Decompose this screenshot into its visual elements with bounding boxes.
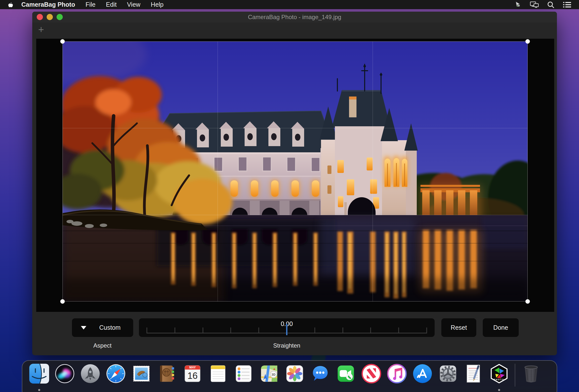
camerabag-photo-icon: PHOTO (489, 364, 509, 384)
dock-item-safari[interactable] (103, 364, 129, 389)
crop-grid-line (63, 128, 528, 128)
ruler-tick (398, 327, 399, 333)
menu-item-file[interactable]: File (86, 1, 95, 8)
aspect-label: Aspect (93, 342, 111, 349)
ruler-tick (230, 327, 231, 333)
ruler-tick (203, 327, 203, 333)
dock-item-system-preferences[interactable] (435, 364, 461, 389)
contacts-icon (157, 364, 177, 384)
dock-item-messages[interactable] (307, 364, 333, 389)
app-store-icon (413, 364, 433, 384)
camerabag-photo-label: PHOTO (494, 379, 504, 381)
dock-item-trash[interactable] (518, 364, 544, 389)
crop-handle-top-left[interactable] (60, 39, 65, 44)
ruler-tick (427, 327, 427, 333)
reset-button[interactable]: Reset (441, 318, 476, 337)
photo-crop-area[interactable] (63, 41, 528, 302)
dock-item-launchpad[interactable] (77, 364, 103, 389)
camerabag-window: CameraBag Photo - image_149.jpg + (32, 12, 557, 355)
menu-item-view[interactable]: View (127, 1, 141, 8)
running-indicator (38, 389, 40, 391)
desktop: { "menu_bar": { "app_name": "CameraBag P… (0, 0, 579, 392)
menu-item-edit[interactable]: Edit (106, 1, 117, 8)
dock-item-facetime[interactable] (333, 364, 359, 389)
photos-icon (285, 364, 305, 384)
crop-grid-line (217, 41, 218, 302)
facetime-icon (336, 364, 356, 384)
window-title-bar[interactable]: CameraBag Photo - image_149.jpg (32, 12, 557, 23)
reset-label: Reset (451, 324, 467, 331)
calendar-day: 16 (187, 371, 198, 381)
done-label: Done (493, 324, 508, 331)
dock: MAY 16 (22, 360, 557, 392)
ruler-tick (314, 327, 315, 333)
add-tab-button[interactable]: + (38, 25, 44, 34)
crop-handle-bottom-right[interactable] (525, 299, 530, 304)
done-button[interactable]: Done (483, 318, 519, 337)
notification-list-icon[interactable] (563, 1, 572, 8)
crop-grid-line (63, 215, 528, 215)
system-preferences-icon (438, 364, 458, 384)
messages-icon (310, 364, 330, 384)
finder-icon (29, 364, 49, 384)
ruler-tick (146, 327, 147, 333)
straighten-slider[interactable]: 0.00 (139, 318, 434, 337)
menu-bar: CameraBag Photo File Edit View Help (0, 0, 579, 9)
aspect-value: Custom (99, 324, 121, 331)
launchpad-icon (80, 364, 100, 384)
window-title: CameraBag Photo - image_149.jpg (32, 14, 557, 21)
crop-handle-bottom-left[interactable] (60, 299, 65, 304)
dock-item-reminders[interactable] (231, 364, 256, 389)
menu-app-name[interactable]: CameraBag Photo (21, 1, 75, 8)
dock-item-camerabag-photo[interactable]: PHOTO (486, 364, 512, 389)
dock-item-maps[interactable]: 3D (256, 364, 282, 389)
itunes-icon (387, 364, 407, 384)
screen-mirroring-icon[interactable] (530, 1, 539, 8)
calendar-icon: MAY 16 (183, 364, 203, 384)
chevron-down-icon (81, 326, 86, 329)
ruler-tick (259, 327, 259, 333)
spotlight-search-icon[interactable] (546, 1, 555, 8)
ruler-tick (370, 327, 371, 333)
aspect-dropdown[interactable]: Custom (72, 318, 133, 337)
dock-item-news[interactable] (359, 364, 384, 389)
dock-separator (512, 364, 518, 389)
straighten-marker[interactable] (286, 324, 288, 335)
dock-item-contacts[interactable] (154, 364, 180, 389)
photo-canvas (36, 39, 554, 312)
maps-icon: 3D (259, 364, 279, 384)
dock-item-photos[interactable] (282, 364, 307, 389)
news-icon (362, 364, 381, 384)
textedit-icon (464, 364, 484, 384)
siri-icon (55, 364, 75, 384)
chateau-photo (63, 41, 528, 302)
crop-grid-line (373, 41, 373, 302)
dock-item-siri[interactable] (52, 364, 77, 389)
remote-cursor-icon[interactable] (513, 1, 522, 8)
dock-item-notes[interactable] (205, 364, 231, 389)
dock-item-itunes[interactable] (384, 364, 410, 389)
dock-item-calendar[interactable]: MAY 16 (180, 364, 205, 389)
dock-item-mail[interactable] (129, 364, 154, 389)
crop-handle-top-right[interactable] (525, 39, 530, 44)
running-indicator (498, 389, 500, 391)
mail-icon (132, 364, 151, 384)
ruler-tick (174, 327, 175, 333)
reminders-icon (234, 364, 254, 384)
ruler-tick (342, 327, 343, 333)
trash-icon (521, 364, 541, 384)
dock-item-finder[interactable] (26, 364, 52, 389)
notes-icon (208, 364, 228, 384)
safari-icon (106, 364, 126, 384)
calendar-month: MAY (189, 366, 196, 369)
apple-menu-icon[interactable] (7, 1, 14, 8)
dock-item-app-store[interactable] (410, 364, 435, 389)
dock-item-textedit[interactable] (461, 364, 486, 389)
menu-item-help[interactable]: Help (151, 1, 163, 8)
maps-3d-badge: 3D (271, 373, 275, 376)
straighten-label: Straighten (273, 342, 300, 349)
